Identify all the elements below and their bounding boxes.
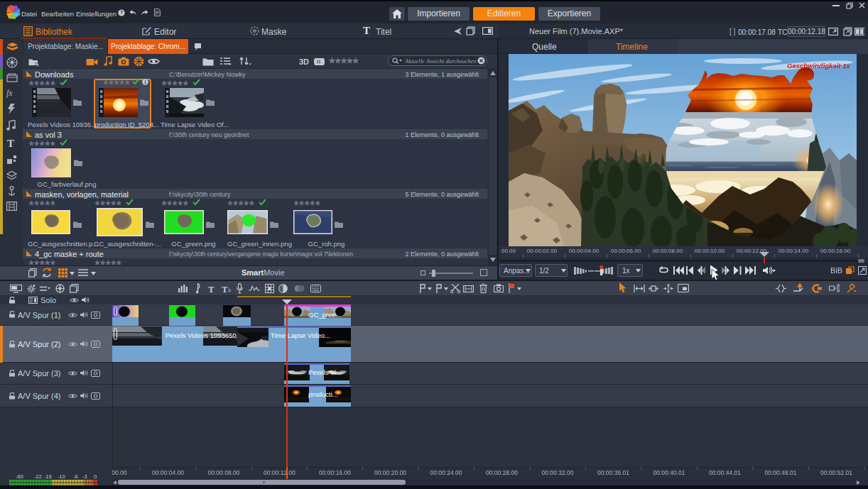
- svg-text:00:00:02.00: 00:00:02.00: [527, 248, 558, 254]
- svg-text:?: ?: [120, 10, 123, 15]
- svg-text:00:00:08.00: 00:00:08.00: [208, 469, 240, 476]
- svg-text:00:00:20.00: 00:00:20.00: [374, 469, 406, 476]
- svg-text:00:00:06.00: 00:00:06.00: [611, 248, 641, 254]
- svg-text:00:00:40.01: 00:00:40.01: [653, 469, 685, 476]
- svg-text:00:00:44.01: 00:00:44.01: [709, 469, 741, 476]
- svg-text:00:00:14.00: 00:00:14.00: [779, 248, 809, 254]
- svg-text:00:00:10.00: 00:00:10.00: [695, 248, 725, 254]
- svg-text:Geschwindigkeit 1x: Geschwindigkeit 1x: [787, 62, 850, 70]
- svg-text:00.00: 00.00: [112, 469, 127, 476]
- svg-text:00:00:04.00: 00:00:04.00: [152, 469, 184, 476]
- svg-text:00:00:28.00: 00:00:28.00: [486, 469, 518, 476]
- svg-text:00:00:12.00: 00:00:12.00: [264, 469, 295, 476]
- svg-text:00.00: 00.00: [501, 248, 516, 254]
- svg-text:00:00:48.01: 00:00:48.01: [765, 469, 797, 476]
- svg-text:00:00:16.00: 00:00:16.00: [820, 248, 851, 254]
- svg-text:00:00:08.00: 00:00:08.00: [653, 248, 683, 254]
- svg-text:00:00:24.00: 00:00:24.00: [430, 469, 462, 476]
- svg-text:00:00:36.01: 00:00:36.01: [597, 469, 629, 476]
- svg-text:00:00:16.00: 00:00:16.00: [319, 469, 351, 476]
- svg-text:00:00:52.01: 00:00:52.01: [820, 469, 852, 476]
- svg-text:00:00:04.00: 00:00:04.00: [569, 248, 600, 254]
- svg-text:00:00:32.00: 00:00:32.00: [542, 469, 574, 476]
